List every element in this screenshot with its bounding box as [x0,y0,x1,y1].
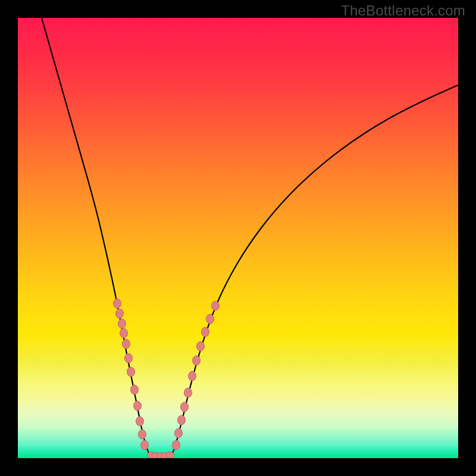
bead-marker [197,342,205,351]
chart-frame: TheBottleneck.com [0,0,476,476]
bead-marker [202,327,209,337]
bead-marker [127,367,135,377]
plot-area [18,18,458,458]
bead-marker [139,430,146,439]
bead-marker [120,328,128,338]
bead-marker [116,309,124,318]
left-beads-group [114,299,149,450]
right-beads-group [173,301,220,450]
bead-marker [184,388,192,397]
bead-marker [175,428,183,438]
bead-marker [193,356,201,365]
watermark-text: TheBottleneck.com [341,2,465,19]
bead-marker [189,371,196,381]
bead-marker [141,440,149,450]
bead-marker [212,301,220,311]
bead-marker [166,452,174,459]
bead-marker [136,416,144,426]
bead-marker [131,385,139,394]
bead-marker [123,339,130,349]
bead-marker [206,314,214,324]
right-curve-path [171,85,458,455]
bottleneck-curve [18,18,458,458]
bead-marker [125,353,133,363]
bead-marker [178,415,186,425]
bead-marker [181,402,189,412]
bead-marker [134,401,142,411]
bead-marker [118,319,126,328]
bottom-beads-group [147,452,174,459]
bead-marker [114,299,121,308]
bead-marker [173,440,180,450]
